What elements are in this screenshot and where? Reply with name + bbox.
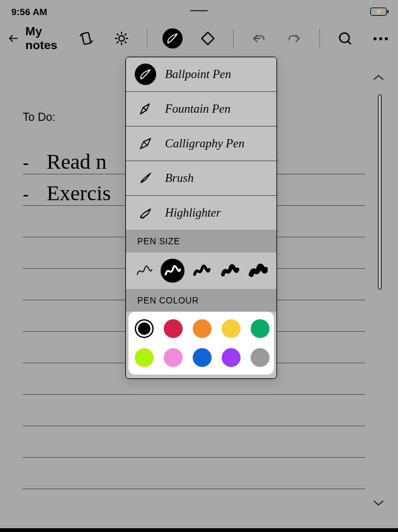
list-bullet: - <box>23 184 43 205</box>
battery-icon: ⚡ <box>370 8 387 16</box>
clock: 9:56 AM <box>11 6 47 17</box>
redo-button[interactable] <box>284 28 304 48</box>
rotate-icon <box>78 30 94 47</box>
color-swatch-lime[interactable] <box>135 348 154 367</box>
redo-icon <box>286 31 302 46</box>
drag-handle-icon[interactable] <box>190 10 208 11</box>
scroll-up-button[interactable] <box>373 73 384 84</box>
note-line-1: Read n <box>43 150 106 174</box>
eraser-button[interactable] <box>198 28 218 48</box>
pen-option-brush[interactable]: Brush <box>126 161 276 196</box>
back-button[interactable]: My notes <box>8 25 69 52</box>
brightness-icon <box>113 30 130 47</box>
bottom-bar <box>0 528 398 532</box>
toolbar-divider <box>147 29 147 48</box>
more-button[interactable] <box>370 28 390 48</box>
color-swatch-black[interactable] <box>135 319 154 338</box>
pen-size-3[interactable] <box>190 259 213 283</box>
undo-icon <box>251 31 267 46</box>
scrollbar-thumb[interactable] <box>378 94 382 290</box>
color-swatch-yellow[interactable] <box>222 319 241 338</box>
pen-option-label: Highlighter <box>165 206 221 220</box>
color-swatch-pink[interactable] <box>164 348 183 367</box>
pen-option-label: Ballpoint Pen <box>165 67 231 81</box>
brush-icon <box>135 167 156 189</box>
pen-size-5[interactable] <box>247 259 270 283</box>
pen-size-4[interactable] <box>218 259 241 283</box>
fountain-pen-icon <box>135 98 156 120</box>
pen-tool-button[interactable] <box>162 28 183 48</box>
eraser-icon <box>200 30 216 47</box>
pen-option-calligraphy-pen[interactable]: Calligraphy Pen <box>126 127 276 161</box>
squiggle-icon <box>220 262 239 280</box>
page-title: My notes <box>25 25 69 52</box>
scroll-down-button[interactable] <box>373 499 384 510</box>
toolbar-divider <box>319 29 320 48</box>
squiggle-icon <box>163 262 182 280</box>
status-bar: 9:56 AM ⚡ <box>0 0 398 21</box>
color-swatch-purple[interactable] <box>222 348 241 367</box>
search-button[interactable] <box>335 28 355 48</box>
color-swatch-blue[interactable] <box>193 348 212 367</box>
list-bullet: - <box>23 152 43 174</box>
pen-option-ballpoint-pen[interactable]: Ballpoint Pen <box>126 57 276 92</box>
calligraphy-pen-icon <box>135 133 156 154</box>
toolbar-divider <box>233 29 234 48</box>
pen-size-1[interactable] <box>132 259 156 283</box>
pen-icon <box>166 31 179 45</box>
pen-option-label: Calligraphy Pen <box>165 137 244 150</box>
note-line-2: Exercis <box>43 181 111 205</box>
pen-colour-header: PEN COLOUR <box>126 289 276 312</box>
pen-option-label: Brush <box>165 171 193 185</box>
toolbar: My notes <box>0 21 398 59</box>
squiggle-icon <box>192 262 211 280</box>
color-swatch-grey[interactable] <box>251 348 270 367</box>
pen-popover: Ballpoint PenFountain PenCalligraphy Pen… <box>125 57 277 379</box>
highlighter-icon <box>135 202 156 224</box>
pen-size-header: PEN SIZE <box>126 230 276 252</box>
back-arrow-icon <box>8 31 19 45</box>
pen-size-2[interactable] <box>161 259 184 283</box>
squiggle-icon <box>249 262 268 280</box>
rotate-button[interactable] <box>76 28 96 48</box>
more-icon <box>373 37 388 40</box>
undo-button[interactable] <box>249 28 269 48</box>
color-swatch-green[interactable] <box>251 319 270 338</box>
svg-point-3 <box>144 108 145 110</box>
svg-point-1 <box>119 36 125 42</box>
color-swatch-red[interactable] <box>164 319 183 338</box>
pen-option-fountain-pen[interactable]: Fountain Pen <box>126 92 276 127</box>
svg-rect-0 <box>82 32 91 44</box>
pen-option-label: Fountain Pen <box>165 102 230 116</box>
brightness-button[interactable] <box>111 28 132 48</box>
search-icon <box>337 30 353 47</box>
ballpoint-pen-icon <box>135 64 156 85</box>
pen-option-highlighter[interactable]: Highlighter <box>126 196 276 230</box>
color-swatch-orange[interactable] <box>193 319 212 338</box>
squiggle-icon <box>135 262 154 280</box>
